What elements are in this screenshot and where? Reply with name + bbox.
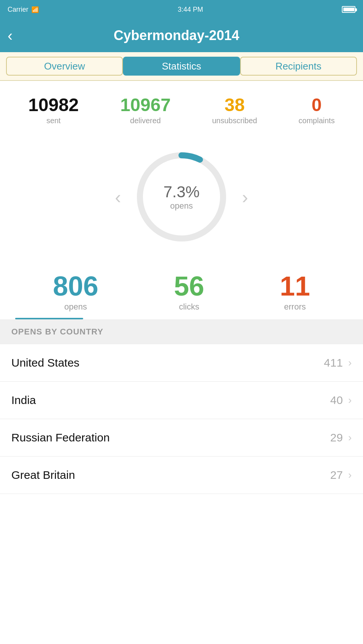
wifi-icon: 📶	[31, 6, 39, 13]
clicks-label: clicks	[179, 302, 199, 312]
page-title: Cybermonday-2014	[20, 28, 333, 43]
donut-section: ‹ 7.3% opens ›	[0, 136, 363, 265]
donut-label: opens	[163, 201, 200, 211]
country-name-us: United States	[11, 356, 79, 369]
unsubscribed-label: unsubscribed	[212, 116, 257, 125]
clicks-value: 56	[174, 272, 204, 300]
country-name-gb: Great Britain	[11, 469, 75, 481]
country-right-in: 40 ›	[330, 394, 352, 407]
metrics-row: 806 opens 56 clicks 11 errors	[0, 265, 363, 312]
chevron-right-us: ›	[348, 357, 352, 369]
carrier-info: Carrier 📶	[8, 6, 39, 14]
chevron-right-gb: ›	[348, 469, 352, 481]
country-item-in[interactable]: India 40 ›	[0, 382, 363, 419]
opens-value: 806	[53, 272, 98, 300]
metric-errors: 11 errors	[280, 272, 310, 312]
country-name-in: India	[11, 394, 36, 407]
sent-label: sent	[47, 116, 61, 125]
battery-icon	[342, 6, 355, 13]
donut-percent: 7.3%	[163, 183, 200, 201]
unsubscribed-value: 38	[225, 96, 245, 114]
tab-statistics[interactable]: Statistics	[123, 57, 240, 76]
opens-label: opens	[64, 302, 87, 312]
stat-complaints: 0 complaints	[299, 96, 335, 125]
tab-recipients[interactable]: Recipients	[240, 57, 357, 76]
sent-value: 10982	[28, 96, 79, 114]
country-list: United States 411 › India 40 › Russian F…	[0, 344, 363, 494]
country-right-us: 411 ›	[324, 356, 352, 369]
prev-arrow[interactable]: ‹	[107, 179, 129, 215]
carrier-label: Carrier	[8, 6, 28, 14]
chevron-right-in: ›	[348, 394, 352, 406]
time-display: 3:44 PM	[178, 6, 203, 14]
back-button[interactable]: ‹	[8, 27, 12, 44]
donut-chart: 7.3% opens	[129, 144, 234, 250]
stat-delivered: 10967 delivered	[120, 96, 171, 125]
complaints-value: 0	[312, 96, 322, 114]
metric-opens: 806 opens	[53, 272, 98, 312]
country-count-in: 40	[330, 394, 343, 407]
country-name-ru: Russian Federation	[11, 431, 110, 444]
top-stats: 10982 sent 10967 delivered 38 unsubscrib…	[0, 81, 363, 136]
status-bar: Carrier 📶 3:44 PM	[0, 0, 363, 19]
errors-label: errors	[284, 302, 306, 312]
section-title: OPENS BY COUNTRY	[11, 327, 103, 336]
donut-center: 7.3% opens	[163, 183, 200, 211]
delivered-value: 10967	[120, 96, 171, 114]
complaints-label: complaints	[299, 116, 335, 125]
tab-bar: Overview Statistics Recipients	[0, 52, 363, 81]
errors-value: 11	[280, 272, 310, 300]
nav-bar: ‹ Cybermonday-2014	[0, 19, 363, 52]
metric-clicks: 56 clicks	[174, 272, 204, 312]
country-count-ru: 29	[330, 431, 343, 444]
country-item-us[interactable]: United States 411 ›	[0, 344, 363, 382]
tab-overview[interactable]: Overview	[6, 57, 123, 76]
chevron-right-ru: ›	[348, 432, 352, 444]
country-right-gb: 27 ›	[330, 469, 352, 481]
stat-sent: 10982 sent	[28, 96, 79, 125]
country-item-gb[interactable]: Great Britain 27 ›	[0, 457, 363, 494]
section-header: OPENS BY COUNTRY	[0, 319, 363, 344]
country-count-gb: 27	[330, 469, 343, 481]
country-count-us: 411	[324, 356, 343, 369]
next-arrow[interactable]: ›	[234, 179, 256, 215]
country-right-ru: 29 ›	[330, 431, 352, 444]
country-item-ru[interactable]: Russian Federation 29 ›	[0, 419, 363, 457]
stat-unsubscribed: 38 unsubscribed	[212, 96, 257, 125]
delivered-label: delivered	[130, 116, 161, 125]
